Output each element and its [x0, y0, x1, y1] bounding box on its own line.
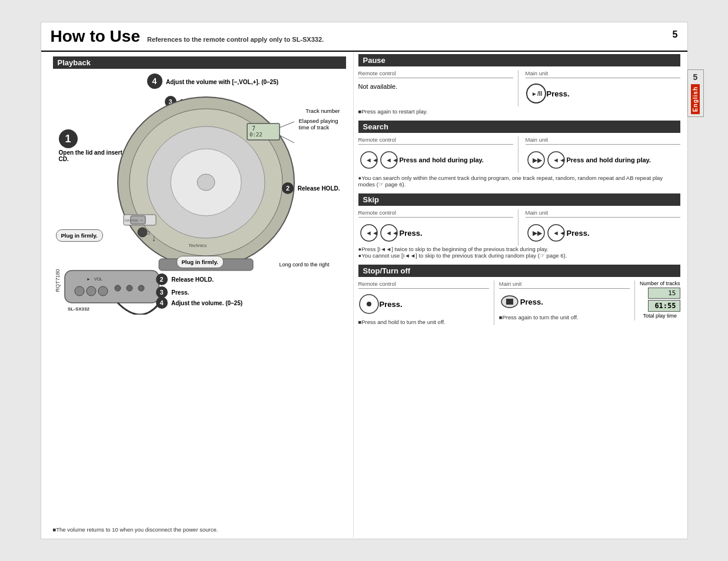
step2-top-label: Release HOLD. [298, 185, 340, 192]
skip-remote-action: ◄◄ ◄◄ Press. [358, 220, 513, 246]
remote-area: VOL ► SL-SX332 [59, 256, 330, 316]
search-remote-text: Press and hold during play. [400, 156, 484, 163]
svg-text:→: → [139, 218, 144, 222]
stop-main-note: ■Press again to turn the unit off. [499, 314, 630, 320]
svg-text:◄◄: ◄◄ [553, 156, 566, 163]
step3-bottom-circle: 3 [156, 286, 168, 298]
svg-text:◄◄: ◄◄ [365, 156, 378, 163]
stop-main-press: Press. [520, 298, 543, 306]
skip-section: Skip Remote control ◄◄ ◄◄ Press. [358, 193, 680, 259]
plug-callout-1: Plug in firmly. [56, 229, 103, 242]
stop-remote-note: ■Press and hold to turn the unit off. [358, 319, 489, 325]
side-language: English [691, 84, 700, 114]
search-remote-icon: ◄◄ ◄◄ [358, 149, 400, 171]
pause-main-label: Main unit [526, 70, 680, 78]
pause-remote-action: Not available. [358, 81, 513, 92]
svg-text:OFF/ON: OFF/ON [125, 219, 138, 222]
stop-header: Stop/Turn off [358, 265, 680, 277]
svg-point-26 [127, 285, 132, 291]
page-title: How to Use [51, 27, 140, 46]
svg-text:◄◄: ◄◄ [553, 229, 566, 236]
svg-point-24 [98, 286, 108, 296]
side-page-number: 5 [693, 72, 698, 82]
skip-main-label: Main unit [526, 209, 680, 218]
top-bar: How to Use References to the remote cont… [41, 22, 687, 52]
pause-header: Pause [358, 54, 680, 66]
step4-bottom-label: Adjust the volume. (0–25) [171, 300, 242, 306]
step2-top: 2 Release HOLD. [282, 182, 340, 194]
svg-text:◄◄: ◄◄ [385, 229, 398, 236]
stop-row: Remote control Press. ■Press and hold to… [358, 280, 680, 325]
svg-text:0:22: 0:22 [250, 132, 262, 138]
skip-note1: ●Press [I◄◄] twice to skip to the beginn… [358, 246, 680, 252]
step1-circle: 1 [59, 129, 78, 148]
pause-main-col: Main unit ►/II Press. [523, 70, 680, 106]
left-panel: Playback 4 Adjust the volume with [−,VOL… [41, 52, 353, 537]
stop-remote-action: Press. [358, 291, 489, 317]
skip-main-press: Press. [567, 229, 590, 238]
page-subtitle: References to the remote control apply o… [147, 36, 324, 43]
search-main-label: Main unit [526, 136, 680, 145]
search-cols: Remote control ◄◄ ◄◄ Press and hold duri… [358, 136, 680, 173]
svg-line-12 [280, 122, 294, 128]
step4-top-label: Adjust the volume with [−,VOL,+]. (0–25) [166, 79, 278, 85]
stop-main-icon [499, 293, 520, 310]
step2-bottom: 2 Release HOLD. [156, 273, 214, 285]
pause-press-label: Press. [547, 89, 570, 98]
stop-remote-icon [358, 293, 380, 315]
step2-top-circle: 2 [282, 182, 294, 194]
step4-circle: 4 [147, 74, 162, 89]
step4-bottom: 4 Adjust the volume. (0–25) [156, 297, 243, 309]
skip-main-action: ▶▶ ◄◄ Press. [526, 220, 680, 246]
svg-text:►/II: ►/II [531, 91, 542, 97]
svg-text:◄◄: ◄◄ [365, 229, 378, 236]
svg-text:Technics: Technics [188, 243, 207, 248]
skip-note2: ●You cannot use [I◄◄] to skip to the pre… [358, 252, 680, 259]
svg-text:VOL: VOL [94, 277, 102, 281]
right-panel: Pause Remote control Not available. Main… [353, 52, 687, 537]
svg-point-27 [138, 285, 144, 291]
pause-cols: Remote control Not available. Main unit … [358, 70, 680, 106]
step4-bottom-circle: 4 [156, 297, 168, 309]
search-remote-action: ◄◄ ◄◄ Press and hold during play. [358, 147, 513, 173]
svg-text:►: ► [87, 277, 91, 281]
step2-bottom-circle: 2 [156, 273, 168, 285]
pause-section: Pause Remote control Not available. Main… [358, 54, 680, 115]
pause-note: ■Press again to restart play. [358, 108, 680, 115]
num-tracks-value: 15 [648, 288, 680, 299]
step2-bottom-label: Release HOLD. [171, 276, 214, 283]
stop-display-col: Number of tracks 15 61:55 Total play tim… [640, 280, 680, 319]
main-content: Playback 4 Adjust the volume with [−,VOL… [41, 52, 687, 537]
stop-section: Stop/Turn off Remote control Press. ■ [358, 265, 680, 325]
step3-bottom: 3 Press. [156, 286, 190, 298]
skip-remote-press: Press. [400, 229, 423, 238]
svg-text:↓: ↓ [152, 233, 156, 243]
search-main-action: ▶▶ ◄◄ Press and hold during play. [526, 147, 680, 173]
skip-remote-col: Remote control ◄◄ ◄◄ Press. [358, 209, 518, 246]
player-area: 4 Adjust the volume with [−,VOL,+]. (0–2… [53, 74, 346, 403]
svg-point-22 [75, 286, 84, 296]
skip-cols: Remote control ◄◄ ◄◄ Press. Ma [358, 209, 680, 246]
svg-text:SL-SX332: SL-SX332 [68, 306, 89, 312]
svg-point-23 [87, 286, 96, 296]
skip-remote-label: Remote control [358, 209, 513, 218]
svg-point-25 [115, 285, 121, 291]
total-play-time-label: Total play time [640, 313, 680, 319]
stop-main-col: Main unit Press. ■Press again to turn th… [499, 280, 635, 320]
play-pause-icon: ►/II [526, 83, 547, 104]
step3-bottom-label: Press. [171, 289, 189, 296]
search-header: Search [358, 121, 680, 133]
pause-remote-label: Remote control [358, 70, 513, 78]
search-main-icon: ▶▶ ◄◄ [526, 149, 567, 171]
side-tab: 5 English [687, 69, 704, 117]
svg-point-4 [197, 174, 215, 191]
svg-point-48 [367, 302, 371, 306]
search-main-text: Press and hold during play. [567, 156, 651, 163]
svg-rect-50 [506, 299, 513, 305]
stop-main-label: Main unit [499, 280, 630, 289]
playback-header: Playback [53, 56, 346, 69]
svg-text:▶▶: ▶▶ [533, 229, 543, 236]
skip-header: Skip [358, 193, 680, 206]
svg-text:◄◄: ◄◄ [385, 156, 398, 163]
page-wrapper: RQT7180 5 English How to Use References … [41, 22, 688, 539]
